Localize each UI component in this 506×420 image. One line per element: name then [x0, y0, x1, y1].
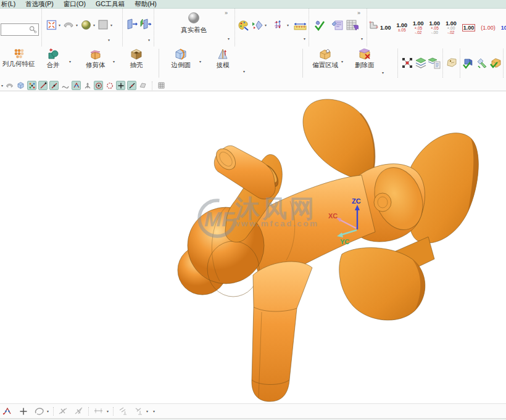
tol-item[interactable]: 1.00+.05-.00	[429, 20, 441, 35]
snap-face-icon[interactable]	[138, 81, 147, 90]
background-swatch-button[interactable]	[97, 19, 109, 31]
ruler-icon[interactable]	[292, 19, 307, 32]
check-clearance-icon[interactable]	[462, 56, 475, 70]
delete-face-button[interactable]: 删除面	[349, 48, 380, 68]
menu-item-window[interactable]: 窗口(O)	[64, 0, 86, 9]
move-face-icon[interactable]	[400, 56, 413, 70]
measure-dropdown[interactable]	[287, 23, 289, 27]
shell-button[interactable]: 抽壳	[121, 48, 152, 68]
part-navigator-icon[interactable]	[345, 18, 359, 33]
examine-geometry-icon[interactable]	[313, 18, 326, 33]
parallel-constraint-icon[interactable]	[118, 406, 128, 416]
constraint-dropdown[interactable]	[146, 410, 148, 413]
rotate-dropdown[interactable]	[76, 23, 78, 27]
check-overflow-chevron[interactable]	[357, 10, 360, 16]
trim-body-label: 修剪体	[86, 61, 106, 68]
snap-intersection-icon[interactable]	[116, 81, 125, 90]
toolbar-feature: 列几何特征 合并 修剪体 抽壳 边倒圆 拔模	[0, 46, 506, 81]
tag-attributes-icon[interactable]	[445, 56, 458, 70]
tol-item[interactable]: 1.00	[380, 25, 391, 31]
new-section-icon[interactable]	[125, 17, 138, 32]
display-group-options[interactable]	[108, 38, 110, 42]
background-dropdown[interactable]	[110, 23, 112, 27]
studio-spline-icon[interactable]	[34, 406, 44, 416]
hub-boss	[374, 193, 391, 212]
info-window-icon[interactable]	[330, 18, 344, 33]
snap-endpoint-icon[interactable]	[38, 81, 48, 90]
menu-item-gc-toolbox[interactable]: GC工具箱	[96, 0, 125, 9]
delete-face-label: 删除面	[355, 61, 375, 68]
trim-corner-icon[interactable]	[73, 406, 84, 416]
snap-midpoint-icon[interactable]	[49, 81, 59, 90]
trim-curve-icon[interactable]	[58, 406, 68, 416]
snap-curve-icon[interactable]	[60, 81, 70, 90]
check-group-options[interactable]	[361, 37, 363, 41]
tol-item[interactable]: 1.00	[462, 24, 476, 31]
heal-geometry-icon[interactable]	[475, 56, 488, 70]
edge-blend-dropdown[interactable]	[199, 60, 201, 64]
menu-item-preferences[interactable]: 首选项(P)	[25, 0, 54, 9]
trim-body-button[interactable]: 修剪体	[78, 48, 114, 68]
show-hide-dropdown[interactable]	[265, 23, 267, 27]
edit-section-icon[interactable]	[139, 17, 152, 32]
snap-point-on-line-icon[interactable]	[127, 81, 136, 90]
toolbar-options-caret[interactable]	[153, 410, 155, 413]
edge-blend-button[interactable]: 边倒圆	[163, 48, 199, 68]
delete-face-icon	[358, 48, 371, 60]
rotate-orient-button[interactable]	[62, 19, 75, 31]
tol-item[interactable]: 1.00+.00-.02	[446, 20, 457, 35]
dimension-dropdown[interactable]	[107, 410, 109, 413]
analysis-group-options[interactable]	[304, 37, 305, 41]
fit-view-button[interactable]	[45, 19, 57, 31]
layer-settings-icon[interactable]	[414, 56, 427, 70]
propeller-model[interactable]	[178, 99, 478, 401]
perpendicular-constraint-icon[interactable]	[133, 406, 144, 416]
pattern-geometry-button[interactable]: 列几何特征	[0, 48, 37, 67]
tol-item[interactable]: 1.00±.05	[397, 22, 408, 33]
snap-center-icon[interactable]	[94, 81, 103, 90]
snap-overflow-caret[interactable]	[1, 84, 3, 88]
unite-button[interactable]: 合并	[38, 48, 68, 68]
quick-dimension-icon[interactable]	[93, 406, 104, 416]
offset-region-button[interactable]: 偏置区域	[306, 48, 344, 68]
command-search-box[interactable]	[1, 23, 39, 36]
menu-item-help[interactable]: 帮助(H)	[135, 0, 157, 9]
fit-view-dropdown[interactable]	[59, 23, 60, 27]
tol-item[interactable]: 1.00+.05-.02	[413, 20, 424, 35]
offset-region-dropdown[interactable]	[341, 60, 343, 64]
snap-quadrant-icon[interactable]	[105, 81, 114, 90]
command-finder-group	[0, 9, 41, 46]
measure-icon[interactable]	[273, 19, 286, 32]
snap-point-on-curve-icon[interactable]	[72, 81, 81, 90]
grid-icon[interactable]	[157, 81, 166, 90]
shading-group-options[interactable]	[228, 37, 230, 41]
shading-overflow-chevron[interactable]	[225, 10, 228, 16]
trim-body-dropdown[interactable]	[113, 60, 115, 64]
divider	[159, 49, 159, 78]
section-group-options[interactable]	[148, 38, 150, 42]
cube-small-icon[interactable]	[16, 81, 25, 90]
point-plus-icon[interactable]	[19, 407, 28, 416]
validate-body-icon[interactable]	[489, 56, 502, 70]
graphics-viewport[interactable]: MF ✦ 沐风网 www.mfcad.com ZC XC YC	[0, 91, 506, 403]
show-hide-icon[interactable]	[251, 19, 263, 32]
search-input[interactable]	[1, 25, 28, 35]
tol-item[interactable]: (1.00)	[481, 25, 496, 31]
profile-point-icon[interactable]	[2, 406, 13, 416]
feature-group-options[interactable]	[243, 70, 245, 73]
render-style-button[interactable]	[80, 19, 92, 31]
unite-dropdown[interactable]	[69, 60, 71, 64]
snap-point-icon[interactable]	[27, 81, 36, 90]
spline-dropdown[interactable]	[47, 410, 49, 413]
synchronous-group-options[interactable]	[382, 71, 384, 75]
draft-button[interactable]: 拔模	[207, 48, 238, 68]
shell-small-icon[interactable]	[5, 81, 14, 90]
snap-perpendicular-icon[interactable]	[83, 81, 92, 90]
layer-category-icon[interactable]	[428, 56, 441, 70]
true-shading-button[interactable]: 真实着色	[163, 11, 225, 35]
menu-item-analysis[interactable]: 析(L)	[1, 0, 15, 9]
corner-style-icon[interactable]	[368, 19, 380, 31]
edit-object-display-icon[interactable]	[236, 19, 249, 32]
render-style-dropdown[interactable]	[93, 23, 95, 27]
tol-item[interactable]: 10H7	[501, 25, 506, 31]
